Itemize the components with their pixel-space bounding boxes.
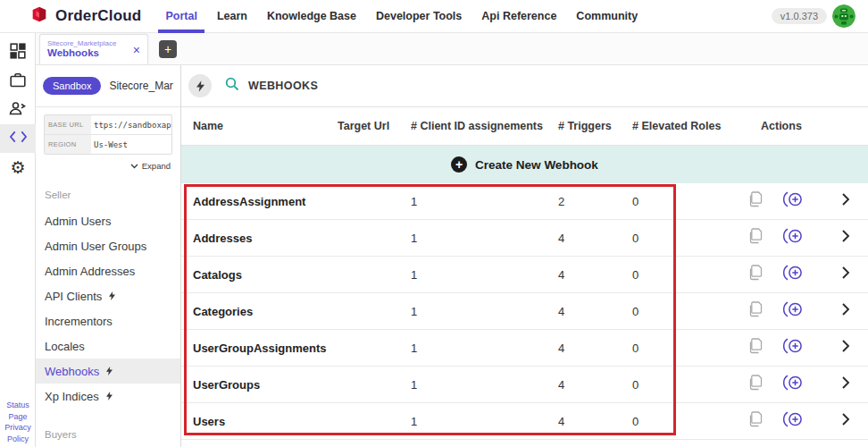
cell-elevated-roles: 0 <box>632 305 638 318</box>
row-expand-chevron[interactable] <box>842 376 850 392</box>
tab-close-icon[interactable]: × <box>128 43 140 57</box>
nav-link-portal[interactable]: Portal <box>155 0 206 32</box>
cell-client-ids: 1 <box>411 378 417 392</box>
chevron-right-icon <box>842 413 850 429</box>
table-row[interactable]: AddressAssignment120 <box>181 183 868 220</box>
copy-icon <box>748 265 764 285</box>
add-assignment-icon <box>783 300 804 322</box>
rail-code-icon[interactable] <box>0 124 36 153</box>
row-expand-chevron[interactable] <box>842 303 850 319</box>
row-expand-chevron[interactable] <box>842 230 850 246</box>
chevron-right-icon <box>842 266 850 283</box>
cell-elevated-roles: 0 <box>632 378 638 392</box>
add-assignment-button[interactable] <box>783 410 804 432</box>
legal-link-status-page[interactable]: Status Page <box>0 400 36 422</box>
version-badge: v1.0.373 <box>772 8 827 24</box>
table-row[interactable]: Addresses140 <box>181 220 868 257</box>
cell-elevated-roles: 0 <box>632 415 638 428</box>
rail-dashboard-icon[interactable] <box>0 38 36 67</box>
sidebar-item-locales[interactable]: Locales <box>36 333 180 358</box>
tab-context-label: Sitecore_Marketplace <box>47 39 128 48</box>
row-expand-chevron[interactable] <box>842 193 850 209</box>
bolt-icon <box>106 390 113 403</box>
cell-client-ids: 1 <box>411 415 417 428</box>
add-assignment-button[interactable] <box>783 190 804 212</box>
rail-briefcase-icon[interactable] <box>0 67 36 96</box>
field-value[interactable]: Us-West <box>91 135 130 154</box>
add-assignment-button[interactable] <box>783 300 804 322</box>
rail-users-icon[interactable] <box>0 96 36 124</box>
copy-button[interactable] <box>748 191 764 212</box>
chevron-right-icon <box>842 193 850 209</box>
sidebar-item-incrementors[interactable]: Incrementors <box>36 308 180 333</box>
nav-link-knowledge-base[interactable]: Knowledge Base <box>257 0 366 32</box>
nav-link-community[interactable]: Community <box>566 0 647 32</box>
add-assignment-button[interactable] <box>783 264 804 285</box>
context-panel: Sandbox Sitecore_Mar... BASE URLttps://s… <box>36 65 181 447</box>
tab-webhooks[interactable]: Sitecore_Marketplace Webhooks × <box>39 34 148 64</box>
avatar[interactable] <box>832 4 855 28</box>
add-assignment-button[interactable] <box>783 337 804 358</box>
column-header-elevated-roles: # Elevated Roles <box>632 120 721 132</box>
brand[interactable]: OrderCloud <box>29 4 141 28</box>
resource-nav: SellerAdmin UsersAdmin User GroupsAdmin … <box>36 185 180 447</box>
copy-button[interactable] <box>748 265 764 285</box>
cell-client-ids: 1 <box>411 268 417 282</box>
sidebar-item-webhooks[interactable]: Webhooks <box>36 358 180 384</box>
add-assignment-button[interactable] <box>783 227 804 249</box>
org-name: Sitecore_Mar... <box>109 80 173 92</box>
row-expand-chevron[interactable] <box>842 266 850 283</box>
nav-section-buyers: Buyers <box>36 425 180 447</box>
rail-settings-icon[interactable]: ⚙ <box>0 153 36 181</box>
main-panel: WEBHOOKS NameTarget Url# Client ID assig… <box>181 65 868 447</box>
sidebar-item-label: Admin Users <box>45 215 111 228</box>
cell-triggers: 4 <box>558 305 564 318</box>
nav-link-learn[interactable]: Learn <box>207 0 257 32</box>
ordercloud-logo-icon <box>29 4 49 28</box>
nav-link-developer-tools[interactable]: Developer Tools <box>366 0 472 32</box>
search-input[interactable]: WEBHOOKS <box>225 77 318 95</box>
legal-link-privacy-policy[interactable]: Privacy Policy <box>0 422 36 444</box>
table-header: NameTarget Url# Client ID assignements# … <box>181 107 868 146</box>
cell-name: AddressAssignment <box>193 195 305 208</box>
copy-icon <box>748 191 764 212</box>
cell-triggers: 4 <box>558 268 564 282</box>
cell-client-ids: 1 <box>411 342 417 355</box>
create-new-webhook-button[interactable]: + Create New Webhook <box>181 146 868 183</box>
sidebar-item-label: Webhooks <box>45 365 99 378</box>
bolt-icon <box>196 80 204 92</box>
copy-button[interactable] <box>748 301 764 322</box>
table-row[interactable]: UserGroups140 <box>181 367 868 403</box>
add-assignment-button[interactable] <box>783 374 804 395</box>
cell-triggers: 4 <box>558 232 564 245</box>
sidebar-item-admin-user-groups[interactable]: Admin User Groups <box>36 233 180 258</box>
new-tab-button[interactable]: + <box>159 40 177 58</box>
chevron-down-icon <box>130 161 138 171</box>
dashboard-icon <box>10 43 26 63</box>
copy-button[interactable] <box>748 375 764 395</box>
sidebar-item-xp-indices[interactable]: Xp Indices <box>36 384 180 409</box>
table-row[interactable]: UserGroupAssignments140 <box>181 330 868 367</box>
nav-link-api-reference[interactable]: Api Reference <box>472 0 566 32</box>
bolt-button[interactable] <box>188 74 212 97</box>
copy-button[interactable] <box>748 228 764 249</box>
copy-icon <box>748 375 764 395</box>
table-row[interactable]: Users140 <box>181 403 868 440</box>
cell-client-ids: 1 <box>411 232 417 245</box>
table-row[interactable]: Categories140 <box>181 293 868 330</box>
copy-button[interactable] <box>748 338 764 358</box>
chevron-right-icon <box>842 303 850 319</box>
field-row-region: REGIONUs-West <box>45 135 171 154</box>
legal-links: Status PagePrivacy Policy <box>0 400 36 444</box>
row-expand-chevron[interactable] <box>842 413 850 429</box>
sidebar-item-api-clients[interactable]: API Clients <box>36 283 180 308</box>
copy-button[interactable] <box>748 411 764 432</box>
sidebar-item-admin-users[interactable]: Admin Users <box>36 208 180 233</box>
expand-toggle[interactable]: Expand <box>36 161 171 171</box>
row-expand-chevron[interactable] <box>842 340 850 356</box>
cell-triggers: 2 <box>558 195 564 208</box>
expand-label: Expand <box>142 161 171 171</box>
sidebar-item-admin-addresses[interactable]: Admin Addresses <box>36 258 180 283</box>
field-value[interactable]: ttps://sandboxapi <box>91 115 171 134</box>
table-row[interactable]: Catalogs140 <box>181 257 868 293</box>
